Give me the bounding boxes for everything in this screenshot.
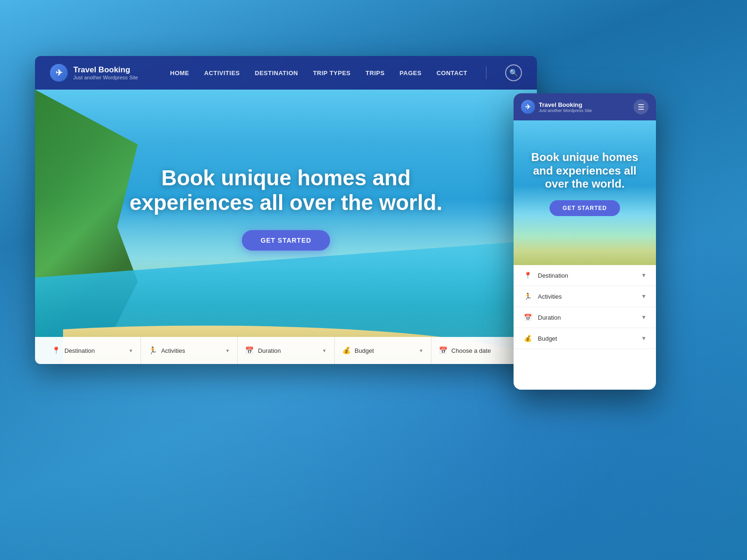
desktop-brand-name: Travel Booking: [73, 65, 138, 75]
mobile-field-destination[interactable]: 📍 Destination ▼: [514, 265, 656, 286]
desktop-brand-text: Travel Booking Just another Wordpress Si…: [73, 65, 138, 80]
mobile-brand-name: Travel Booking: [539, 101, 592, 108]
mobile-duration-arrow-icon: ▼: [641, 314, 647, 321]
nav-link-contact[interactable]: CONTACT: [437, 70, 467, 77]
mobile-duration-label: Duration: [538, 314, 635, 321]
mobile-menu-button[interactable]: ☰: [634, 99, 648, 114]
budget-arrow-icon: ▼: [419, 348, 423, 353]
mobile-brand-text: Travel Booking Just another Wordpress Si…: [539, 101, 592, 113]
date-icon: 📅: [439, 346, 448, 355]
desktop-get-started-button[interactable]: GET STARTED: [242, 230, 330, 251]
mobile-activities-arrow-icon: ▼: [641, 293, 647, 300]
duration-label: Duration: [258, 347, 281, 354]
mobile-hero-content: Book unique homes and experiences all ov…: [514, 120, 656, 265]
desktop-logo-icon: ✈: [50, 64, 68, 82]
mobile-duration-icon: 📅: [523, 314, 532, 321]
destination-icon: 📍: [52, 346, 61, 355]
search-field-duration[interactable]: 📅 Duration ▼: [238, 337, 334, 364]
duration-arrow-icon: ▼: [322, 348, 327, 353]
mobile-field-activities[interactable]: 🏃 Activities ▼: [514, 286, 656, 307]
desktop-search-bar: 📍 Destination ▼ 🏃 Activities ▼ 📅 Duratio…: [35, 337, 537, 364]
activities-label: Activities: [161, 347, 185, 354]
activities-icon: 🏃: [148, 346, 157, 355]
mobile-get-started-button[interactable]: GET STARTED: [550, 200, 620, 216]
desktop-nav-links: HOME ACTIVITIES DESTINATION TRIP TYPES T…: [170, 64, 522, 81]
mobile-brand: ✈ Travel Booking Just another Wordpress …: [521, 100, 592, 114]
desktop-brand-sub: Just another Wordpress Site: [73, 75, 138, 80]
mobile-hero: Book unique homes and experiences all ov…: [514, 120, 656, 265]
budget-label: Budget: [355, 347, 374, 354]
destination-arrow-icon: ▼: [128, 348, 133, 353]
date-label: Choose a date: [451, 347, 491, 354]
nav-link-activities[interactable]: ACTIVITIES: [204, 70, 240, 77]
nav-divider: [486, 66, 486, 79]
mobile-destination-arrow-icon: ▼: [641, 272, 647, 279]
nav-link-home[interactable]: HOME: [170, 70, 189, 77]
nav-link-pages[interactable]: PAGES: [400, 70, 422, 77]
mobile-budget-label: Budget: [538, 335, 635, 342]
mobile-hero-title: Book unique homes and experiences all ov…: [523, 151, 647, 191]
mobile-logo-icon: ✈: [521, 100, 535, 114]
mobile-field-duration[interactable]: 📅 Duration ▼: [514, 307, 656, 328]
mobile-field-budget[interactable]: 💰 Budget ▼: [514, 328, 656, 349]
mobile-window: ✈ Travel Booking Just another Wordpress …: [514, 93, 656, 390]
desktop-navbar: ✈ Travel Booking Just another Wordpress …: [35, 56, 537, 90]
desktop-window: ✈ Travel Booking Just another Wordpress …: [35, 56, 537, 364]
budget-icon: 💰: [342, 346, 351, 355]
mobile-navbar: ✈ Travel Booking Just another Wordpress …: [514, 93, 656, 120]
mobile-activities-icon: 🏃: [523, 293, 532, 300]
mobile-search-fields: 📍 Destination ▼ 🏃 Activities ▼ 📅 Duratio…: [514, 265, 656, 349]
hamburger-icon: ☰: [638, 103, 644, 112]
search-field-activities[interactable]: 🏃 Activities ▼: [141, 337, 238, 364]
search-icon: 🔍: [509, 69, 518, 77]
mobile-brand-sub: Just another Wordpress Site: [539, 108, 592, 113]
search-button[interactable]: 🔍: [505, 64, 522, 81]
desktop-hero-content: Book unique homes and experiences all ov…: [35, 90, 537, 364]
mobile-destination-icon: 📍: [523, 272, 532, 279]
search-field-destination[interactable]: 📍 Destination ▼: [44, 337, 141, 364]
nav-link-trips[interactable]: TRIPS: [366, 70, 385, 77]
activities-arrow-icon: ▼: [226, 348, 230, 353]
desktop-hero: Book unique homes and experiences all ov…: [35, 90, 537, 364]
destination-label: Destination: [64, 347, 95, 354]
mobile-destination-label: Destination: [538, 272, 635, 279]
nav-link-trip-types[interactable]: TRIP TYPES: [313, 70, 351, 77]
mobile-budget-icon: 💰: [523, 335, 532, 342]
desktop-brand: ✈ Travel Booking Just another Wordpress …: [50, 64, 138, 82]
duration-icon: 📅: [245, 346, 254, 355]
desktop-hero-title: Book unique homes and experiences all ov…: [123, 166, 450, 215]
nav-link-destination[interactable]: DESTINATION: [255, 70, 298, 77]
mobile-activities-label: Activities: [538, 293, 635, 300]
search-field-budget[interactable]: 💰 Budget ▼: [335, 337, 431, 364]
mobile-budget-arrow-icon: ▼: [641, 335, 647, 342]
